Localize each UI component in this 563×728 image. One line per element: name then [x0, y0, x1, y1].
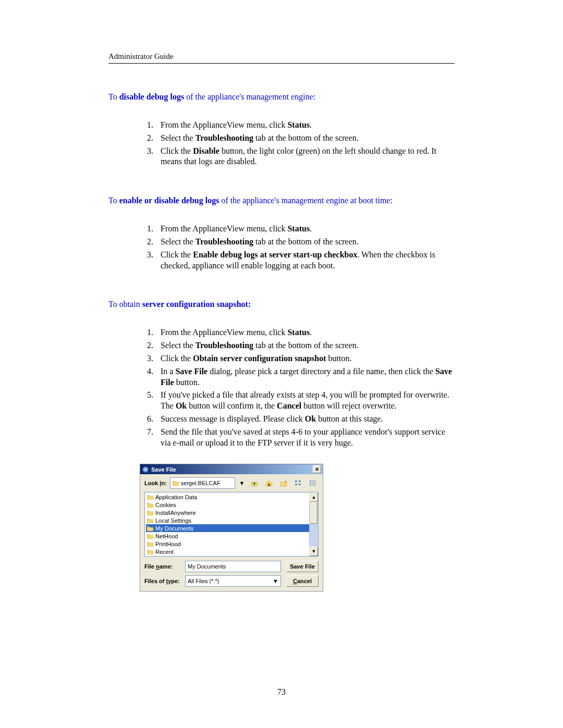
- list-item: Click the Enable debug logs at server st…: [155, 250, 455, 272]
- file-name-label: InstallAnywhere: [155, 510, 196, 516]
- file-name-label: Application Data: [155, 494, 197, 500]
- list-item: In a Save File dialog, please pick a tar…: [155, 366, 455, 388]
- scroll-down-icon[interactable]: ▼: [310, 547, 318, 556]
- up-folder-icon[interactable]: [249, 477, 260, 489]
- file-name-field[interactable]: My Documents: [185, 561, 281, 572]
- files-of-type-combo[interactable]: All Files (*.*) ▼: [185, 575, 281, 587]
- chevron-down-icon[interactable]: ▼: [238, 479, 246, 487]
- files-of-type-value: All Files (*.*): [188, 578, 219, 584]
- list-item: From the ApplianceView menu, click Statu…: [155, 120, 455, 131]
- svg-rect-3: [295, 484, 297, 485]
- list-item: From the ApplianceView menu, click Statu…: [155, 224, 455, 235]
- svg-rect-9: [312, 483, 316, 484]
- page-number: 73: [0, 687, 563, 697]
- dialog-titlebar[interactable]: Save File ✕: [140, 464, 323, 474]
- folder-icon: [147, 495, 153, 500]
- list-item: If you've picked a file that already exi…: [155, 390, 455, 412]
- scroll-thumb[interactable]: [310, 502, 317, 524]
- file-row[interactable]: My Documents: [146, 524, 317, 532]
- section-heading-enable-boot: To enable or disable debug logs of the a…: [108, 196, 455, 205]
- svg-rect-1: [268, 484, 270, 486]
- file-name-label: NetHood: [155, 533, 178, 539]
- list-item: Select the Troubleshooting tab at the bo…: [155, 340, 455, 351]
- list-view-icon[interactable]: [292, 477, 304, 489]
- home-icon[interactable]: [263, 477, 275, 489]
- page-header: Administrator Guide: [108, 52, 455, 64]
- section-heading-disable-logs: To disable debug logs of the appliance's…: [108, 92, 455, 102]
- heading-bold: disable debug logs: [119, 92, 184, 101]
- file-row[interactable]: Local Settings: [146, 516, 317, 524]
- folder-icon: [147, 549, 153, 554]
- file-row[interactable]: InstallAnywhere: [146, 509, 317, 516]
- scrollbar[interactable]: ▲ ▼: [309, 492, 318, 556]
- folder-icon: [173, 480, 179, 486]
- file-name-label: Local Settings: [155, 517, 191, 524]
- list-item: Select the Troubleshooting tab at the bo…: [155, 237, 455, 248]
- look-in-value: sergei.BELCAF: [181, 480, 221, 486]
- heading-prefix: To: [108, 196, 119, 205]
- cancel-button[interactable]: Cancel: [286, 575, 319, 587]
- steps-list-2: From the ApplianceView menu, click Statu…: [140, 224, 455, 271]
- svg-rect-6: [310, 480, 311, 482]
- heading-prefix: To: [108, 92, 119, 101]
- save-file-dialog: Save File ✕ Look in: sergei.BELCAF ▼: [140, 464, 323, 591]
- folder-icon: [147, 526, 153, 531]
- section-heading-snapshot: To obtain server configuration snapshot:: [108, 300, 455, 309]
- list-item: From the ApplianceView menu, click Statu…: [155, 327, 455, 338]
- chevron-down-icon[interactable]: ▼: [273, 578, 278, 584]
- svg-rect-11: [312, 485, 316, 486]
- file-name-label: PrintHood: [155, 541, 181, 547]
- heading-prefix: To obtain: [108, 300, 142, 309]
- svg-rect-4: [299, 480, 301, 482]
- files-of-type-label: Files of type:: [144, 578, 180, 584]
- svg-rect-5: [299, 484, 301, 485]
- scroll-up-icon[interactable]: ▲: [310, 492, 318, 502]
- app-icon: [142, 466, 149, 473]
- svg-rect-2: [295, 480, 297, 482]
- heading-bold: enable or disable debug logs: [119, 196, 219, 205]
- list-item: Success message is displayed. Please cli…: [155, 414, 455, 425]
- svg-rect-8: [310, 483, 311, 484]
- look-in-combo[interactable]: sergei.BELCAF: [170, 477, 235, 489]
- file-list[interactable]: Application DataCookiesInstallAnywhereLo…: [144, 492, 319, 557]
- folder-icon: [147, 510, 153, 515]
- file-name-label: Cookies: [155, 502, 176, 508]
- new-folder-icon[interactable]: [278, 477, 289, 489]
- file-row[interactable]: Cookies: [146, 501, 317, 509]
- heading-suffix: of the appliance's management engine at …: [219, 196, 393, 205]
- file-row[interactable]: NetHood: [146, 532, 317, 540]
- heading-bold: server configuration snapshot:: [142, 300, 251, 309]
- svg-rect-7: [312, 480, 316, 482]
- file-name-label: Recent: [155, 549, 174, 555]
- dialog-title: Save File: [151, 466, 176, 473]
- file-row[interactable]: Application Data: [146, 493, 317, 501]
- heading-suffix: of the appliance's management engine:: [184, 92, 315, 101]
- steps-list-1: From the ApplianceView menu, click Statu…: [140, 120, 455, 167]
- svg-rect-10: [310, 485, 311, 486]
- file-name-value: My Documents: [188, 563, 226, 570]
- list-item: Select the Troubleshooting tab at the bo…: [155, 133, 455, 144]
- list-item: Click the Disable button, the light colo…: [155, 146, 455, 168]
- look-in-label: Look in:: [144, 480, 167, 486]
- list-item: Click the Obtain server configuration sn…: [155, 353, 455, 364]
- details-view-icon[interactable]: [307, 477, 319, 489]
- file-name-label: My Documents: [155, 525, 193, 532]
- file-row[interactable]: Recent: [146, 548, 317, 556]
- folder-icon: [147, 541, 153, 547]
- folder-icon: [147, 502, 153, 508]
- close-icon[interactable]: ✕: [313, 465, 321, 473]
- save-button[interactable]: Save File: [286, 561, 319, 572]
- list-item: Send the file that you've saved at steps…: [155, 427, 455, 449]
- steps-list-3: From the ApplianceView menu, click Statu…: [140, 327, 455, 448]
- folder-icon: [147, 518, 153, 523]
- file-row[interactable]: PrintHood: [146, 540, 317, 548]
- file-name-label: File name:: [144, 563, 180, 570]
- folder-icon: [147, 534, 153, 539]
